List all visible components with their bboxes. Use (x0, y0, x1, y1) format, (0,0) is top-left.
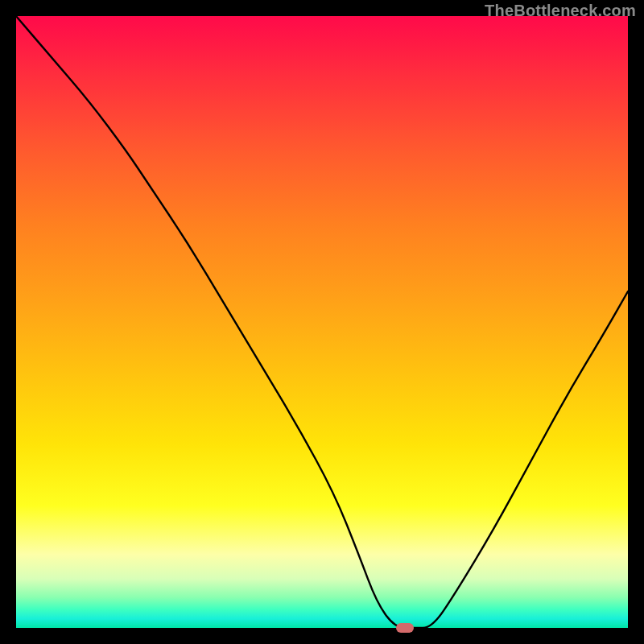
optimal-marker (396, 623, 414, 633)
bottleneck-curve (16, 16, 628, 628)
chart-frame: TheBottleneck.com (0, 0, 644, 644)
plot-area (16, 16, 628, 628)
curve-path (16, 16, 628, 628)
